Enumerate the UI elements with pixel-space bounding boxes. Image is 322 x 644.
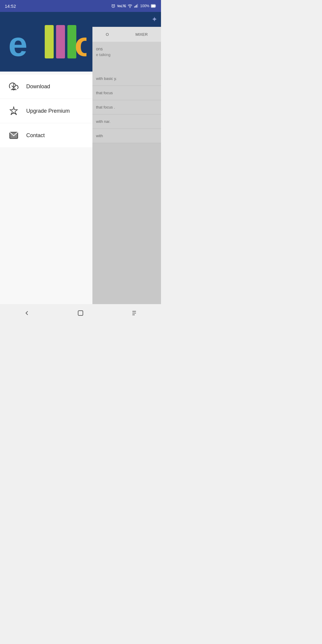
menu-item-upgrade-premium[interactable]: Upgrade Premium — [0, 99, 92, 123]
premium-star-icon — [8, 106, 19, 116]
menu-label-contact: Contact — [26, 132, 45, 139]
ello-logo: e o — [6, 21, 86, 63]
svg-line-1 — [112, 4, 112, 5]
bg-section-3: that focus — [92, 86, 161, 100]
back-button[interactable] — [18, 304, 36, 322]
svg-rect-5 — [135, 6, 136, 8]
svg-rect-12 — [45, 25, 54, 58]
svg-rect-9 — [151, 5, 155, 7]
signal-icon — [134, 4, 139, 8]
alarm-icon — [111, 4, 116, 8]
menu-label-download: Download — [26, 83, 50, 90]
bg-text-5: with nar. — [96, 119, 157, 124]
download-icon — [8, 81, 19, 92]
svg-rect-4 — [134, 6, 135, 7]
bg-text-3: that focus — [96, 91, 157, 95]
bg-tab-o: O — [106, 32, 109, 37]
svg-rect-21 — [78, 311, 83, 315]
bg-section-text-1: e talking — [96, 52, 157, 57]
status-bar: 14:52 VoLTE 100% — [0, 0, 161, 12]
bg-section-2: with basic y. — [92, 72, 161, 86]
menu-label-upgrade-premium: Upgrade Premium — [26, 108, 70, 114]
recents-button[interactable] — [125, 304, 143, 322]
menu-item-contact[interactable]: Contact — [0, 123, 92, 147]
navigation-drawer: e o — [0, 12, 92, 304]
battery-icon — [151, 4, 156, 8]
svg-point-3 — [130, 7, 130, 8]
bottom-navigation — [0, 304, 161, 322]
recents-icon — [131, 309, 138, 317]
back-icon — [23, 309, 30, 317]
svg-rect-13 — [56, 25, 65, 58]
svg-rect-7 — [137, 4, 138, 7]
menu-item-download[interactable]: Download — [0, 75, 92, 98]
svg-text:o: o — [75, 25, 86, 63]
logo-container: e o — [0, 12, 92, 72]
bg-tab-mixer: MIXER — [135, 32, 148, 37]
bg-premium-icon: ✦ — [151, 15, 157, 24]
menu-list: Download Upgrade Premium C — [0, 72, 92, 304]
home-icon — [77, 309, 84, 317]
volte-icon: VoLTE — [117, 4, 126, 8]
status-time: 14:52 — [5, 4, 16, 9]
bg-section-6: with — [92, 129, 161, 143]
home-button[interactable] — [72, 304, 89, 322]
battery-text: 100% — [140, 4, 149, 8]
svg-text:e: e — [8, 25, 27, 63]
svg-line-2 — [114, 4, 115, 5]
svg-rect-6 — [136, 5, 137, 7]
bg-section-title-1: ons — [96, 47, 157, 51]
bg-section-5: with nar. — [92, 114, 161, 129]
bg-text-4: that focus . — [96, 105, 157, 109]
bg-section-4: that focus . — [92, 100, 161, 114]
status-icons: VoLTE 100% — [111, 4, 156, 8]
wifi-icon — [128, 4, 132, 8]
bg-text-2: with basic y. — [96, 76, 157, 81]
envelope-icon — [8, 130, 19, 141]
bg-text-6: with — [96, 134, 157, 138]
right-background: ✦ O MIXER ons e talking with basic y. th… — [92, 12, 161, 304]
